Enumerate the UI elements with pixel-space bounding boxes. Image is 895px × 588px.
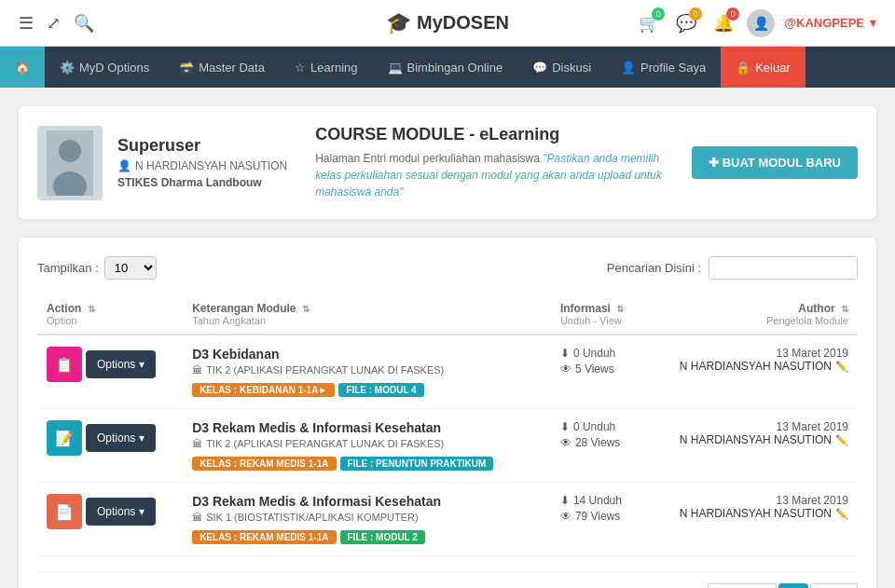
search-input[interactable] — [709, 256, 858, 280]
sort-icon: ⇅ — [302, 304, 310, 314]
author-date: 13 Maret 2019 — [654, 347, 848, 360]
sidebar-item-label: Learning — [310, 61, 358, 75]
current-page-button[interactable]: 1 — [778, 583, 809, 588]
module-type-icon: 📄 — [47, 494, 82, 529]
sidebar-item-label: Profile Saya — [640, 61, 706, 75]
options-icon: ⚙️ — [60, 61, 75, 75]
topbar-left: ☰ ⤢ 🔍 — [19, 13, 94, 34]
username-label: @KANGPEPE — [784, 16, 864, 30]
module-title: D3 Rekam Medis & Informasi Kesehatan — [192, 494, 542, 509]
col-keterangan: Keterangan Module ⇅ Tahun Angkatan — [183, 294, 551, 335]
edit-icon: ✏️ — [835, 361, 848, 373]
download-icon: ⬇ — [560, 347, 570, 360]
author-date: 13 Maret 2019 — [654, 494, 848, 507]
edit-icon: ✏️ — [835, 434, 848, 446]
diskusi-icon: 💬 — [532, 61, 547, 75]
topbar-right: 🛒0 💬0 🔔0 👤 @KANGPEPE ▾ — [635, 9, 876, 37]
sort-icon: ⇅ — [841, 304, 848, 314]
profile-icon: 👤 — [621, 61, 636, 75]
module-subtitle: 🏛 TIK 2 (APLIKASI PERANGKAT LUNAK DI FAS… — [192, 364, 542, 376]
sidebar-item-label: Keluar — [755, 61, 791, 75]
pagination-buttons: Sebelum 1 Next — [708, 583, 858, 588]
modules-table: Action ⇅ Option Keterangan Module ⇅ Tahu… — [37, 294, 858, 556]
table-card: Tampilkan : 10 25 50 100 Pencarian Disin… — [19, 238, 876, 588]
profile-name: Superuser — [117, 136, 287, 156]
chevron-icon: ▾ — [139, 431, 145, 444]
author-cell: 13 Maret 2019 N HARDIANSYAH NASUTION ✏️ — [644, 409, 858, 483]
building-icon: 🏛 — [192, 438, 202, 449]
building-icon: 🏛 — [192, 512, 202, 523]
module-subtitle: 🏛 TIK 2 (APLIKASI PERANGKAT LUNAK DI FAS… — [192, 438, 542, 449]
info-cell: ⬇ 14 Unduh 👁 79 Views — [551, 483, 644, 556]
options-button[interactable]: Options ▾ — [86, 350, 156, 378]
options-button[interactable]: Options ▾ — [86, 498, 156, 526]
search-icon[interactable]: 🔍 — [74, 13, 94, 34]
info-group: ⬇ 14 Unduh 👁 79 Views — [560, 494, 635, 523]
keterangan-cell: D3 Kebidanan 🏛 TIK 2 (APLIKASI PERANGKAT… — [183, 335, 551, 409]
course-title: COURSE MODULE - eLearning — [315, 125, 664, 144]
tampilan-text: Tampilkan : — [37, 261, 99, 275]
new-module-button[interactable]: ✚ BUAT MODUL BARU — [692, 146, 858, 179]
module-tag: KELAS : REKAM MEDIS 1-1A — [192, 457, 336, 471]
tampilan-select[interactable]: 10 25 50 100 — [104, 256, 157, 280]
sort-icon: ⇅ — [616, 304, 624, 314]
sidebar-item-keluar[interactable]: 🔒 Keluar — [721, 47, 806, 88]
author-info: 13 Maret 2019 N HARDIANSYAH NASUTION ✏️ — [654, 494, 848, 520]
resize-icon[interactable]: ⤢ — [47, 13, 61, 34]
navbar: 🏠 ⚙️ MyD Options 🗃️ Master Data ☆ Learni… — [0, 47, 895, 88]
module-tag: FILE : MODUL 4 — [338, 383, 423, 397]
sidebar-item-options[interactable]: ⚙️ MyD Options — [45, 47, 164, 88]
sidebar-item-label: MyD Options — [79, 61, 149, 75]
svg-point-1 — [59, 140, 81, 162]
user-menu-button[interactable]: @KANGPEPE ▾ — [784, 16, 876, 30]
notif-button[interactable]: 🔔0 — [709, 9, 737, 37]
cart-button[interactable]: 🛒0 — [635, 9, 663, 37]
unduh-count: 0 Unduh — [573, 420, 615, 433]
sidebar-item-learning[interactable]: ☆ Learning — [280, 47, 373, 88]
chevron-icon: ▾ — [139, 505, 145, 518]
tag-group: KELAS : REKAM MEDIS 1-1AFILE : MODUL 2 — [192, 528, 542, 544]
search-area: Pencarian Disini : — [607, 256, 858, 280]
prev-page-button[interactable]: Sebelum — [708, 583, 776, 588]
download-icon: ⬇ — [560, 420, 570, 433]
author-name: N HARDIANSYAH NASUTION ✏️ — [654, 433, 848, 446]
table-row: 📝 Options ▾ D3 Rekam Medis & Informasi K… — [37, 409, 858, 483]
keluar-icon: 🔒 — [736, 61, 750, 75]
unduh-row: ⬇ 0 Unduh — [560, 347, 635, 360]
next-page-button[interactable]: Next — [810, 583, 858, 588]
info-group: ⬇ 0 Unduh 👁 5 Views — [560, 347, 635, 376]
module-type-icon: 📋 — [47, 347, 82, 382]
action-cell: 📄 Options ▾ — [37, 483, 183, 556]
course-description: Halaman Entri modul perkuliahan mahasisw… — [315, 150, 664, 200]
module-title: D3 Kebidanan — [192, 347, 542, 362]
action-cell: 📝 Options ▾ — [37, 409, 183, 483]
module-tag: KELAS : REKAM MEDIS 1-1A — [192, 530, 336, 544]
brand-icon: 🎓 — [386, 11, 411, 35]
sidebar-item-label: Diskusi — [552, 61, 591, 75]
col-author: Author ⇅ Pengelola Module — [644, 294, 858, 335]
profile-nip: 👤 N HARDIANSYAH NASUTION — [117, 159, 287, 172]
sidebar-item-profile[interactable]: 👤 Profile Saya — [606, 47, 721, 88]
author-cell: 13 Maret 2019 N HARDIANSYAH NASUTION ✏️ — [644, 335, 858, 409]
author-name: N HARDIANSYAH NASUTION ✏️ — [654, 360, 848, 373]
sidebar-item-label: Bimbingan Online — [407, 61, 503, 75]
sidebar-item-bimbingan[interactable]: 💻 Bimbingan Online — [373, 47, 518, 88]
menu-icon[interactable]: ☰ — [19, 13, 34, 34]
sidebar-item-diskusi[interactable]: 💬 Diskusi — [517, 47, 606, 88]
person-icon: 👤 — [117, 159, 131, 172]
profile-avatar — [37, 126, 103, 200]
options-button[interactable]: Options ▾ — [86, 424, 156, 452]
module-type-icon: 📝 — [47, 420, 82, 456]
author-date: 13 Maret 2019 — [654, 420, 848, 433]
author-name: N HARDIANSYAH NASUTION ✏️ — [654, 507, 848, 520]
sidebar-item-label: Master Data — [199, 61, 265, 75]
avatar: 👤 — [747, 9, 775, 37]
sidebar-item-masterdata[interactable]: 🗃️ Master Data — [164, 47, 280, 88]
author-cell: 13 Maret 2019 N HARDIANSYAH NASUTION ✏️ — [644, 483, 858, 556]
cart-badge: 0 — [652, 7, 665, 21]
sidebar-item-home[interactable]: 🏠 — [0, 47, 45, 88]
table-controls: Tampilkan : 10 25 50 100 Pencarian Disin… — [37, 256, 858, 280]
chat-button[interactable]: 💬0 — [672, 9, 700, 37]
chevron-down-icon: ▾ — [870, 16, 876, 30]
keterangan-cell: D3 Rekam Medis & Informasi Kesehatan 🏛 T… — [183, 409, 551, 483]
